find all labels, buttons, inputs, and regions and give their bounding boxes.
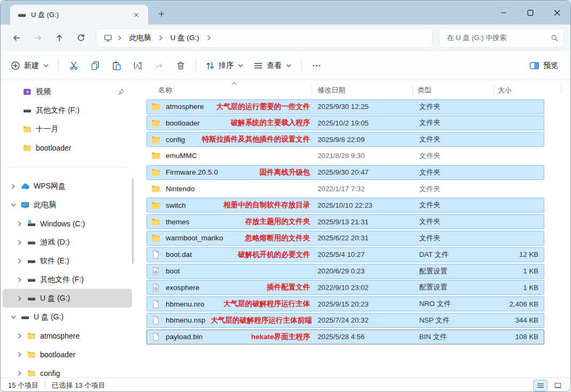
- file-date: 2020/6/29 0:23: [312, 264, 414, 278]
- pin-icon: [117, 88, 125, 96]
- file-row[interactable]: hbmenu.nro大气层的破解程序运行主体2025/9/15 20:23NRO…: [146, 296, 544, 311]
- file-row[interactable]: config特斯拉插件及其他插件的设置文件2025/9/8 22:09文件夹: [146, 132, 544, 147]
- file-explorer-window: U 盘 (G:) 此电脑 U 盘 (G:) 在 U 盘 (G:) 中搜索: [0, 0, 571, 392]
- chevron-right-icon: [17, 351, 23, 358]
- sidebar-item-label: 其他文件 (F:): [36, 106, 80, 115]
- sidebar-item[interactable]: 软件 (E:): [3, 252, 132, 270]
- sidebar-item[interactable]: bootloader: [3, 345, 132, 364]
- breadcrumb: 此电脑 U 盘 (G:): [96, 28, 433, 48]
- folder-icon: [151, 233, 160, 242]
- file-date: 2022/9/10 23:02: [312, 280, 414, 294]
- sidebar-scrollbar[interactable]: [132, 178, 134, 264]
- maximize-icon: [526, 9, 535, 17]
- new-button[interactable]: 新建: [6, 56, 54, 76]
- search-icon: [551, 34, 558, 42]
- breadcrumb-usb-drive[interactable]: U 盘 (G:): [166, 32, 204, 44]
- sidebar-item[interactable]: U 盘 (G:): [3, 289, 132, 308]
- share-button[interactable]: [149, 56, 170, 76]
- delete-button[interactable]: [170, 56, 191, 76]
- toolbar-divider: [196, 59, 196, 73]
- file-annotation: 大气层的运行需要的一些文件: [217, 102, 311, 112]
- close-button[interactable]: [544, 1, 570, 25]
- sidebar-item[interactable]: 其他文件 (F:): [3, 270, 132, 289]
- chevron-down-icon: [43, 62, 49, 69]
- item-count: 15 个项目: [8, 381, 38, 390]
- file-row[interactable]: bootloader破解系统的主要载入程序2025/10/2 19:05文件夹: [146, 115, 544, 130]
- maximize-button[interactable]: [517, 1, 544, 25]
- sidebar-item[interactable]: config: [3, 364, 132, 378]
- more-options-button[interactable]: [306, 56, 327, 76]
- large-icons-view-button[interactable]: [551, 380, 565, 391]
- file-row[interactable]: switch相册中的自制软件存放目录2025/10/10 22:23文件夹: [146, 198, 544, 213]
- file-row[interactable]: boot2020/6/29 0:23配置设置1 KB: [146, 264, 544, 279]
- sidebar-item[interactable]: 视频: [3, 82, 132, 101]
- details-view-button[interactable]: [533, 380, 547, 391]
- breadcrumb-this-pc[interactable]: 此电脑: [125, 32, 156, 44]
- file-date: 2025/9/15 20:23: [312, 297, 414, 311]
- tab-strip: U 盘 (G:): [1, 1, 570, 25]
- file-row[interactable]: boot.dat破解机开机的必要文件2025/5/4 10:27DAT 文件12…: [146, 247, 544, 262]
- file-row[interactable]: atmosphere大气层的运行需要的一些文件2025/9/30 12:25文件…: [146, 99, 544, 114]
- chevron-down-icon: [10, 314, 17, 320]
- file-type: 文件夹: [414, 215, 494, 229]
- up-button[interactable]: [49, 28, 70, 48]
- file-icon: [151, 332, 160, 341]
- file-type: 文件夹: [414, 100, 494, 114]
- this-pc-icon[interactable]: [104, 34, 112, 42]
- file-row[interactable]: themes存放主题用的文件夹2025/9/13 21:31文件夹: [146, 214, 544, 229]
- sidebar-item-label: bootloader: [40, 350, 75, 359]
- file-date: 2025/7/24 20:32: [312, 313, 414, 327]
- file-size: 108 KB: [494, 330, 544, 344]
- file-row[interactable]: exosphere插件配置文件2022/9/10 23:02配置设置1 KB: [146, 280, 544, 295]
- window-controls: [490, 1, 570, 25]
- file-size: [494, 231, 544, 245]
- preview-button[interactable]: 预览: [524, 56, 563, 76]
- view-button[interactable]: 查看: [249, 56, 297, 76]
- file-name: boot: [166, 267, 180, 275]
- file-row[interactable]: Nintendo2022/1/17 7:32文件夹: [146, 182, 544, 197]
- folder-icon: [151, 168, 160, 177]
- sidebar-item[interactable]: atmosphere: [3, 326, 132, 345]
- cut-button[interactable]: [63, 56, 84, 76]
- forward-button[interactable]: [27, 28, 49, 48]
- file-row[interactable]: payload.binhekate界面主程序2025/5/28 4:56BIN …: [146, 330, 544, 344]
- refresh-icon: [76, 34, 85, 42]
- file-size: [494, 116, 544, 130]
- file-row[interactable]: Firmware.20.5.0固件离线升级包2025/9/30 20:47文件夹: [146, 165, 544, 180]
- sidebar-item-label: bootloader: [36, 144, 71, 152]
- sort-button[interactable]: 排序: [200, 56, 249, 76]
- file-date: 2021/8/28 9:30: [312, 149, 414, 163]
- preview-pane-icon: [529, 61, 539, 70]
- file-type: 文件夹: [414, 231, 494, 245]
- sidebar-item-label: U 盘 (G:): [40, 294, 70, 303]
- sidebar-item[interactable]: 十一月: [3, 120, 132, 138]
- file-row[interactable]: warmboot_mariko忽略熔断用的文件夹2025/6/22 20:31文…: [146, 231, 544, 246]
- search-input[interactable]: 在 U 盘 (G:) 中搜索: [439, 28, 564, 48]
- sidebar-item[interactable]: 游戏 (D:): [3, 233, 132, 252]
- file-size: [494, 132, 544, 146]
- sidebar-item[interactable]: 此电脑: [3, 195, 132, 214]
- rename-button[interactable]: [127, 56, 149, 76]
- sidebar-item[interactable]: 其他文件 (F:): [3, 101, 132, 120]
- paste-button[interactable]: [106, 56, 127, 76]
- status-divider: [45, 382, 45, 389]
- copy-button[interactable]: [84, 56, 106, 76]
- file-size: 344 KB: [494, 313, 544, 327]
- file-name: hbmenu.nsp: [166, 316, 205, 324]
- sidebar-item[interactable]: WPS网盘: [3, 177, 132, 195]
- explorer-tab[interactable]: U 盘 (G:): [10, 5, 148, 25]
- file-row[interactable]: hbmenu.nsp大气层的破解程序运行主体前端2025/7/24 20:32N…: [146, 313, 544, 328]
- sidebar-item[interactable]: Windows (C:): [3, 214, 132, 233]
- file-annotation: 大气层的破解程序运行主体前端: [211, 316, 312, 325]
- minimize-button[interactable]: [490, 1, 517, 25]
- share-icon: [155, 61, 164, 70]
- tab-close-button[interactable]: [130, 9, 143, 21]
- refresh-button[interactable]: [70, 28, 91, 48]
- file-row[interactable]: emuMMC2021/8/28 9:30文件夹: [146, 148, 544, 163]
- sidebar-item[interactable]: U 盘 (G:): [3, 308, 132, 326]
- file-name: exosphere: [166, 284, 199, 292]
- back-button[interactable]: [6, 28, 27, 48]
- sidebar-item[interactable]: bootloader: [3, 138, 132, 157]
- list-lines-icon: [253, 61, 263, 70]
- new-tab-button[interactable]: [153, 6, 169, 22]
